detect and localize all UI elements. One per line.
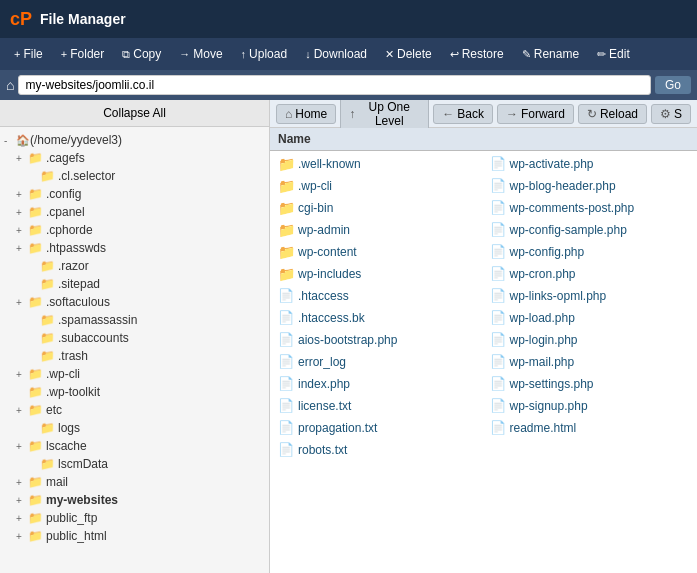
- list-item[interactable]: 📄wp-links-opml.php: [484, 285, 696, 307]
- tree-item-spamassassin[interactable]: 📁.spamassassin: [0, 311, 269, 329]
- toolbar: + File + Folder ⧉ Copy → Move ↑ Upload ↓…: [0, 38, 697, 70]
- list-item[interactable]: 📄wp-signup.php: [484, 395, 696, 417]
- tree-item-my-websites[interactable]: +📁my-websites: [0, 491, 269, 509]
- tree-item-label: .trash: [58, 349, 88, 363]
- list-item[interactable]: 📄wp-settings.php: [484, 373, 696, 395]
- nav-bar: ⌂ Home ↑ Up One Level ← Back → Forward ↻…: [270, 100, 697, 128]
- list-item[interactable]: 📁.wp-cli: [272, 175, 484, 197]
- restore-button[interactable]: ↩ Restore: [442, 44, 512, 64]
- go-button[interactable]: Go: [655, 76, 691, 94]
- back-button[interactable]: ← Back: [433, 104, 493, 124]
- list-item[interactable]: 📁wp-includes: [272, 263, 484, 285]
- list-item[interactable]: 📄readme.html: [484, 417, 696, 439]
- file-button[interactable]: + File: [6, 44, 51, 64]
- tree-item-htpasswds[interactable]: +📁.htpasswds: [0, 239, 269, 257]
- forward-button[interactable]: → Forward: [497, 104, 574, 124]
- path-input[interactable]: [18, 75, 651, 95]
- edit-button[interactable]: ✏ Edit: [589, 44, 638, 64]
- upload-button[interactable]: ↑ Upload: [233, 44, 296, 64]
- list-item[interactable]: 📁wp-admin: [272, 219, 484, 241]
- tree-item-label: .cphorde: [46, 223, 93, 237]
- tree-item-public_ftp[interactable]: +📁public_ftp: [0, 509, 269, 527]
- list-item[interactable]: 📄aios-bootstrap.php: [272, 329, 484, 351]
- copy-icon: ⧉: [122, 48, 130, 61]
- tree-item-label: .subaccounts: [58, 331, 129, 345]
- tree-item-etc[interactable]: +📁etc: [0, 401, 269, 419]
- reload-button[interactable]: ↻ Reload: [578, 104, 647, 124]
- folder-icon: 📁: [28, 511, 43, 525]
- list-item[interactable]: 📄wp-load.php: [484, 307, 696, 329]
- list-item[interactable]: 📄error_log: [272, 351, 484, 373]
- tree-item-lscache[interactable]: +📁lscache: [0, 437, 269, 455]
- file-icon: 📄: [278, 420, 294, 436]
- tree-item-razor[interactable]: 📁.razor: [0, 257, 269, 275]
- file-name-label: wp-blog-header.php: [510, 179, 616, 193]
- tree-item-wp-cli[interactable]: +📁.wp-cli: [0, 365, 269, 383]
- collapse-all-button[interactable]: Collapse All: [0, 100, 269, 127]
- file-name-label: wp-mail.php: [510, 355, 575, 369]
- file-grid: 📁.well-known📄wp-activate.php📁.wp-cli📄wp-…: [270, 151, 697, 463]
- list-item[interactable]: 📁.well-known: [272, 153, 484, 175]
- list-item[interactable]: 📄.htaccess.bk: [272, 307, 484, 329]
- move-button[interactable]: → Move: [171, 44, 230, 64]
- list-item[interactable]: 📄wp-blog-header.php: [484, 175, 696, 197]
- tree-item-root[interactable]: -🏠 (/home/yydevel3): [0, 131, 269, 149]
- tree-item-sitepad[interactable]: 📁.sitepad: [0, 275, 269, 293]
- tree-item-trash[interactable]: 📁.trash: [0, 347, 269, 365]
- expand-icon: +: [16, 243, 28, 254]
- file-icon: 📄: [490, 266, 506, 282]
- folder-icon: 📁: [28, 187, 43, 201]
- download-button[interactable]: ↓ Download: [297, 44, 375, 64]
- folder-icon: 📁: [278, 266, 294, 282]
- file-name-label: wp-activate.php: [510, 157, 594, 171]
- home-icon[interactable]: ⌂: [6, 77, 14, 93]
- delete-button[interactable]: ✕ Delete: [377, 44, 440, 64]
- folder-icon: 📁: [278, 244, 294, 260]
- expand-icon: +: [16, 369, 28, 380]
- list-item[interactable]: 📄propagation.txt: [272, 417, 484, 439]
- tree-item-cphorde[interactable]: +📁.cphorde: [0, 221, 269, 239]
- list-item[interactable]: 📄robots.txt: [272, 439, 484, 461]
- tree-item-config[interactable]: +📁.config: [0, 185, 269, 203]
- list-item[interactable]: 📄wp-activate.php: [484, 153, 696, 175]
- file-icon: 📄: [490, 310, 506, 326]
- up-one-level-button[interactable]: ↑ Up One Level: [340, 100, 429, 131]
- tree-item-cl-selector[interactable]: 📁.cl.selector: [0, 167, 269, 185]
- list-item[interactable]: 📄.htaccess: [272, 285, 484, 307]
- file-icon: 📄: [278, 398, 294, 414]
- list-item[interactable]: 📄wp-config.php: [484, 241, 696, 263]
- search-button[interactable]: ⚙ S: [651, 104, 691, 124]
- download-icon: ↓: [305, 48, 311, 60]
- expand-icon: +: [16, 189, 28, 200]
- file-name-label: aios-bootstrap.php: [298, 333, 397, 347]
- tree-item-cagefs[interactable]: +📁.cagefs: [0, 149, 269, 167]
- list-item[interactable]: 📄wp-mail.php: [484, 351, 696, 373]
- folder-icon: 📁: [28, 385, 43, 399]
- tree-item-subaccounts[interactable]: 📁.subaccounts: [0, 329, 269, 347]
- list-item[interactable]: 📁cgi-bin: [272, 197, 484, 219]
- tree-item-logs[interactable]: 📁logs: [0, 419, 269, 437]
- list-item[interactable]: 📄index.php: [272, 373, 484, 395]
- list-item[interactable]: 📄license.txt: [272, 395, 484, 417]
- tree-item-label: .wp-cli: [46, 367, 80, 381]
- list-item[interactable]: 📁wp-content: [272, 241, 484, 263]
- file-name-label: readme.html: [510, 421, 577, 435]
- tree-item-mail[interactable]: +📁mail: [0, 473, 269, 491]
- folder-button[interactable]: + Folder: [53, 44, 112, 64]
- tree-item-wp-toolkit[interactable]: 📁.wp-toolkit: [0, 383, 269, 401]
- list-item[interactable]: 📄wp-config-sample.php: [484, 219, 696, 241]
- list-item[interactable]: 📄wp-comments-post.php: [484, 197, 696, 219]
- list-item[interactable]: 📄wp-login.php: [484, 329, 696, 351]
- file-name-label: error_log: [298, 355, 346, 369]
- file-list: 📁.well-known📄wp-activate.php📁.wp-cli📄wp-…: [270, 151, 697, 573]
- tree-item-label: (/home/yydevel3): [30, 133, 122, 147]
- rename-button[interactable]: ✎ Rename: [514, 44, 587, 64]
- tree-item-public_html[interactable]: +📁public_html: [0, 527, 269, 545]
- copy-button[interactable]: ⧉ Copy: [114, 44, 169, 64]
- home-nav-button[interactable]: ⌂ Home: [276, 104, 336, 124]
- tree-item-lscmData[interactable]: 📁lscmData: [0, 455, 269, 473]
- list-item[interactable]: 📄wp-cron.php: [484, 263, 696, 285]
- tree-item-softaculous[interactable]: +📁.softaculous: [0, 293, 269, 311]
- file-name-label: wp-login.php: [510, 333, 578, 347]
- tree-item-cpanel[interactable]: +📁.cpanel: [0, 203, 269, 221]
